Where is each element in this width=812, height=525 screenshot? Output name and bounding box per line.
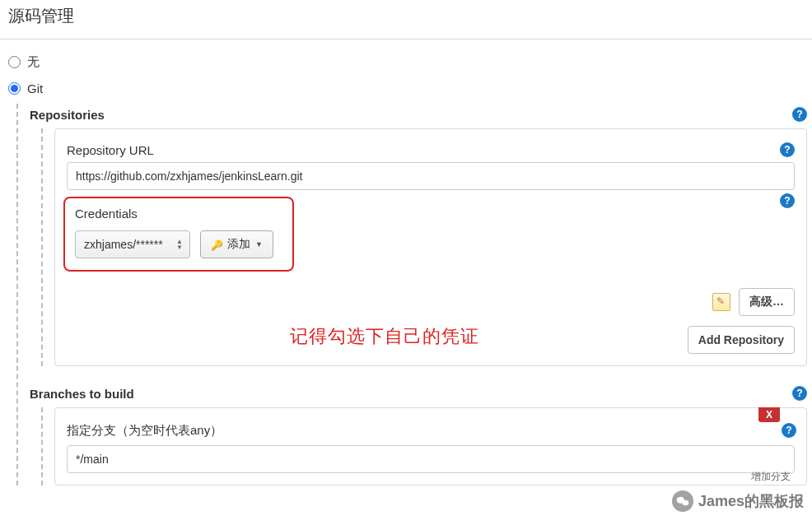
scm-option-git[interactable]: Git [5,78,807,99]
radio-none-label: 无 [27,54,40,70]
repositories-header: Repositories ? [30,104,807,128]
add-branch-hint: 增加分支 [751,470,791,484]
chevron-down-icon: ▼ [255,240,263,249]
select-arrows-icon: ▲▼ [176,239,183,250]
credentials-select[interactable]: zxhjames/****** ▲▼ [75,230,190,258]
branches-indent: X ? 指定分支（为空时代表any） [41,407,807,486]
key-icon [211,238,224,251]
branches-block: Branches to build ? X ? 指定分支（为空时代表any） [30,383,807,486]
radio-none[interactable] [8,56,21,68]
notepad-icon[interactable] [712,293,730,311]
credentials-label: Credentials [75,207,138,221]
radio-git-label: Git [27,81,43,95]
scm-content: 无 Git 记得勾选下自己的凭证 Repositories ? Reposito… [0,39,812,486]
close-icon[interactable]: X [758,407,780,422]
radio-git[interactable] [8,82,21,95]
help-icon[interactable]: ? [780,142,795,157]
branch-spec-input[interactable] [67,445,795,473]
help-icon[interactable]: ? [792,386,807,401]
add-credentials-label: 添加 [227,237,250,252]
watermark: James的黑板报 [672,490,804,512]
help-icon[interactable]: ? [782,423,796,438]
help-icon[interactable]: ? [792,107,807,122]
repository-block: Repository URL ? Credentials zxhjames/**… [54,128,807,366]
section-title: 源码管理 [8,7,74,25]
repo-url-label: Repository URL [67,143,154,157]
repositories-indent: Repository URL ? Credentials zxhjames/**… [41,128,807,366]
add-repo-row: Add Repository [67,326,795,354]
repo-url-row: Repository URL ? [67,139,795,162]
branches-title: Branches to build [30,387,134,401]
scm-option-none[interactable]: 无 [5,51,807,73]
branch-spec-label: 指定分支（为空时代表any） [67,423,795,439]
advanced-button[interactable]: 高级… [739,288,795,316]
branch-spec-block: X ? 指定分支（为空时代表any） [54,407,807,486]
svg-point-1 [682,500,688,506]
add-credentials-button[interactable]: 添加 ▼ [200,230,273,258]
section-header: 源码管理 [0,0,812,39]
wechat-icon [672,490,693,512]
git-settings: 记得勾选下自己的凭证 Repositories ? Repository URL… [16,104,807,486]
add-repository-button[interactable]: Add Repository [688,326,795,354]
repo-actions: 高级… [67,288,795,316]
branches-header: Branches to build ? [30,383,807,407]
credentials-selected: zxhjames/****** [84,238,163,251]
credentials-highlight: Credentials zxhjames/****** ▲▼ [63,197,294,272]
repositories-title: Repositories [30,108,105,122]
help-icon[interactable]: ? [780,193,795,208]
repo-url-input[interactable] [67,162,795,190]
watermark-text: James的黑板报 [698,491,804,511]
